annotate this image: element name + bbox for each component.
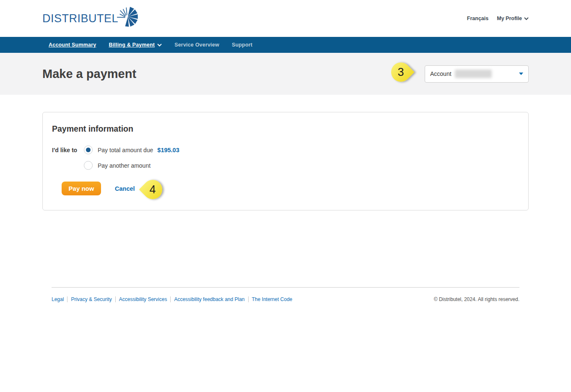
distributel-logo-icon	[116, 5, 140, 28]
chevron-down-icon	[524, 17, 529, 20]
footer-link-accessibility-feedback[interactable]: Accessibility feedback and Plan	[170, 296, 248, 302]
cancel-link[interactable]: Cancel	[115, 185, 135, 192]
nav-service-overview[interactable]: Service Overview	[174, 42, 219, 48]
account-selector-dropdown[interactable]: Account	[425, 65, 529, 83]
card-title: Payment information	[52, 124, 519, 134]
radio-unselected-icon[interactable]	[84, 161, 93, 170]
nav-support[interactable]: Support	[232, 42, 252, 48]
page: DISTRIBUTEL	[0, 0, 571, 392]
actions-row: Pay now Cancel	[62, 182, 519, 195]
logo-text: DISTRIBUTEL	[42, 12, 118, 25]
footer-link-accessibility-services[interactable]: Accessibility Services	[115, 296, 171, 302]
account-selector-label: Account	[430, 70, 452, 77]
callout-step-3: 3	[387, 58, 414, 86]
footer-link-legal[interactable]: Legal	[52, 296, 67, 302]
callout-4-number: 4	[149, 183, 156, 196]
payment-information-card: Payment information I'd like to Pay tota…	[42, 112, 529, 210]
option-label: Pay total amount due	[98, 147, 153, 153]
footer-link-internet-code[interactable]: The Internet Code	[248, 296, 296, 302]
radio-option-pay-another-amount[interactable]: Pay another amount	[84, 161, 179, 170]
my-profile-link[interactable]: My Profile	[497, 16, 529, 21]
footer: Legal Privacy & Security Accessibility S…	[42, 287, 529, 302]
chevron-down-icon	[157, 44, 162, 47]
nav-account-summary[interactable]: Account Summary	[49, 42, 96, 48]
main-nav: Account Summary Billing & Payment Servic…	[0, 37, 571, 53]
radio-option-pay-total-due[interactable]: Pay total amount due $195.03	[84, 145, 179, 154]
callout-3-number: 3	[397, 66, 404, 79]
payment-options: Pay total amount due $195.03 Pay another…	[84, 145, 179, 170]
footer-link-privacy-security[interactable]: Privacy & Security	[67, 296, 115, 302]
page-title: Make a payment	[42, 67, 136, 81]
nav-billing-payment[interactable]: Billing & Payment	[109, 42, 162, 48]
copyright-text: © Distributel, 2024. All rights reserved…	[434, 296, 519, 302]
dropdown-caret-icon	[519, 73, 523, 75]
option-label: Pay another amount	[98, 162, 151, 169]
my-profile-label: My Profile	[497, 16, 522, 21]
pay-now-button[interactable]: Pay now	[62, 182, 101, 195]
nav-billing-payment-label: Billing & Payment	[109, 42, 155, 48]
callout-step-4: 4	[139, 176, 166, 203]
page-header-band: Make a payment 3 Account	[0, 53, 571, 95]
footer-divider	[52, 287, 519, 288]
radio-selected-icon[interactable]	[84, 145, 93, 154]
topbar-links: Français My Profile	[467, 16, 529, 21]
main-content: Payment information I'd like to Pay tota…	[0, 112, 571, 302]
header: DISTRIBUTEL	[0, 0, 571, 37]
footer-links: Legal Privacy & Security Accessibility S…	[52, 296, 296, 302]
account-number-redacted	[455, 70, 492, 78]
distributel-logo[interactable]: DISTRIBUTEL	[42, 9, 140, 28]
intent-label: I'd like to	[52, 145, 84, 170]
amount-due-value: $195.03	[157, 147, 179, 153]
language-link[interactable]: Français	[467, 16, 488, 21]
